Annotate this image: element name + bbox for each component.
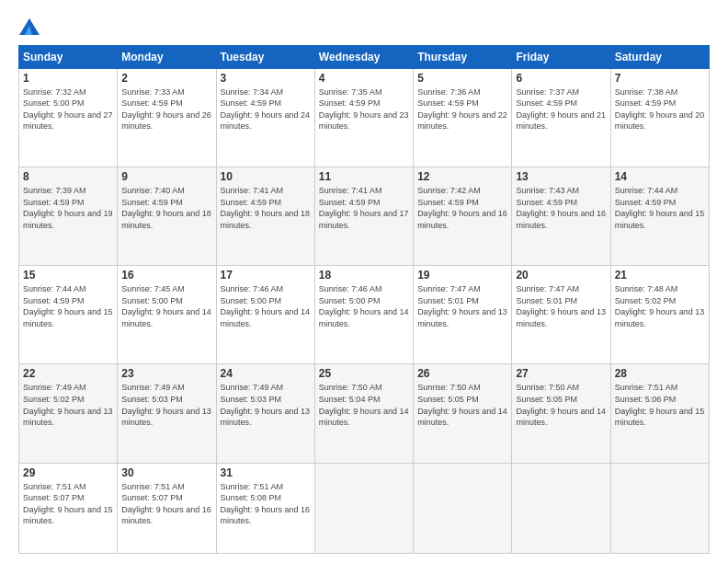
calendar-cell: 12 Sunrise: 7:42 AM Sunset: 4:59 PM Dayl… <box>414 167 512 265</box>
day-number: 21 <box>615 269 705 282</box>
day-info: Sunrise: 7:44 AM Sunset: 4:59 PM Dayligh… <box>615 185 705 231</box>
calendar-cell: 14 Sunrise: 7:44 AM Sunset: 4:59 PM Dayl… <box>610 167 709 265</box>
day-info: Sunrise: 7:47 AM Sunset: 5:01 PM Dayligh… <box>516 283 606 329</box>
day-info: Sunrise: 7:38 AM Sunset: 4:59 PM Dayligh… <box>615 86 705 132</box>
day-info: Sunrise: 7:49 AM Sunset: 5:03 PM Dayligh… <box>221 382 311 428</box>
day-number: 25 <box>319 367 409 380</box>
calendar-cell: 4 Sunrise: 7:35 AM Sunset: 4:59 PM Dayli… <box>314 68 413 167</box>
calendar-week-4: 22 Sunrise: 7:49 AM Sunset: 5:02 PM Dayl… <box>19 364 710 463</box>
day-info: Sunrise: 7:41 AM Sunset: 4:59 PM Dayligh… <box>319 185 409 231</box>
calendar-cell: 20 Sunrise: 7:47 AM Sunset: 5:01 PM Dayl… <box>512 266 610 364</box>
day-info: Sunrise: 7:39 AM Sunset: 4:59 PM Dayligh… <box>23 185 113 231</box>
day-number: 22 <box>23 367 113 380</box>
day-number: 20 <box>516 269 606 282</box>
calendar-cell: 26 Sunrise: 7:50 AM Sunset: 5:05 PM Dayl… <box>414 364 512 463</box>
calendar-cell: 13 Sunrise: 7:43 AM Sunset: 4:59 PM Dayl… <box>512 167 610 265</box>
day-number: 7 <box>615 72 705 85</box>
calendar-cell: 29 Sunrise: 7:51 AM Sunset: 5:07 PM Dayl… <box>19 463 118 553</box>
calendar-body: 1 Sunrise: 7:32 AM Sunset: 5:00 PM Dayli… <box>19 68 710 553</box>
calendar-cell <box>414 463 512 553</box>
day-number: 31 <box>221 466 311 479</box>
day-number: 15 <box>23 269 113 282</box>
calendar-table: SundayMondayTuesdayWednesdayThursdayFrid… <box>18 45 710 554</box>
day-info: Sunrise: 7:47 AM Sunset: 5:01 PM Dayligh… <box>417 283 507 329</box>
day-info: Sunrise: 7:46 AM Sunset: 5:00 PM Dayligh… <box>221 283 311 329</box>
calendar-cell: 5 Sunrise: 7:36 AM Sunset: 4:59 PM Dayli… <box>414 68 512 167</box>
calendar-cell: 7 Sunrise: 7:38 AM Sunset: 4:59 PM Dayli… <box>610 68 709 167</box>
day-info: Sunrise: 7:43 AM Sunset: 4:59 PM Dayligh… <box>516 185 606 231</box>
calendar-week-3: 15 Sunrise: 7:44 AM Sunset: 4:59 PM Dayl… <box>19 266 710 364</box>
day-info: Sunrise: 7:40 AM Sunset: 4:59 PM Dayligh… <box>121 185 211 231</box>
day-number: 1 <box>23 72 113 85</box>
day-number: 4 <box>319 72 409 85</box>
calendar-cell: 10 Sunrise: 7:41 AM Sunset: 4:59 PM Dayl… <box>216 167 314 265</box>
calendar-cell: 21 Sunrise: 7:48 AM Sunset: 5:02 PM Dayl… <box>610 266 709 364</box>
weekday-header-wednesday: Wednesday <box>314 45 413 68</box>
day-info: Sunrise: 7:44 AM Sunset: 4:59 PM Dayligh… <box>23 283 113 329</box>
day-info: Sunrise: 7:46 AM Sunset: 5:00 PM Dayligh… <box>319 283 409 329</box>
weekday-header-monday: Monday <box>118 45 216 68</box>
weekday-header-saturday: Saturday <box>610 45 709 68</box>
weekday-header-friday: Friday <box>512 45 610 68</box>
calendar-cell: 24 Sunrise: 7:49 AM Sunset: 5:03 PM Dayl… <box>216 364 314 463</box>
calendar-week-5: 29 Sunrise: 7:51 AM Sunset: 5:07 PM Dayl… <box>19 463 710 553</box>
day-number: 13 <box>516 170 606 183</box>
calendar-cell: 19 Sunrise: 7:47 AM Sunset: 5:01 PM Dayl… <box>414 266 512 364</box>
calendar-cell: 16 Sunrise: 7:45 AM Sunset: 5:00 PM Dayl… <box>118 266 216 364</box>
day-number: 28 <box>615 367 705 380</box>
calendar-week-2: 8 Sunrise: 7:39 AM Sunset: 4:59 PM Dayli… <box>19 167 710 265</box>
day-number: 2 <box>121 72 211 85</box>
day-number: 5 <box>417 72 507 85</box>
calendar-cell: 27 Sunrise: 7:50 AM Sunset: 5:05 PM Dayl… <box>512 364 610 463</box>
day-number: 9 <box>121 170 211 183</box>
calendar-cell: 1 Sunrise: 7:32 AM Sunset: 5:00 PM Dayli… <box>19 68 118 167</box>
logo <box>18 17 40 36</box>
header <box>18 17 710 36</box>
calendar-cell: 25 Sunrise: 7:50 AM Sunset: 5:04 PM Dayl… <box>314 364 413 463</box>
weekday-header-row: SundayMondayTuesdayWednesdayThursdayFrid… <box>19 45 710 68</box>
day-number: 30 <box>121 466 211 479</box>
day-info: Sunrise: 7:32 AM Sunset: 5:00 PM Dayligh… <box>23 86 113 132</box>
day-number: 16 <box>121 269 211 282</box>
day-number: 29 <box>23 466 113 479</box>
page: SundayMondayTuesdayWednesdayThursdayFrid… <box>0 0 728 563</box>
day-info: Sunrise: 7:49 AM Sunset: 5:02 PM Dayligh… <box>23 382 113 428</box>
day-info: Sunrise: 7:49 AM Sunset: 5:03 PM Dayligh… <box>121 382 211 428</box>
day-number: 26 <box>417 367 507 380</box>
day-info: Sunrise: 7:51 AM Sunset: 5:06 PM Dayligh… <box>615 382 705 428</box>
calendar-cell: 28 Sunrise: 7:51 AM Sunset: 5:06 PM Dayl… <box>610 364 709 463</box>
calendar-cell: 23 Sunrise: 7:49 AM Sunset: 5:03 PM Dayl… <box>118 364 216 463</box>
day-info: Sunrise: 7:35 AM Sunset: 4:59 PM Dayligh… <box>319 86 409 132</box>
day-info: Sunrise: 7:51 AM Sunset: 5:07 PM Dayligh… <box>121 481 211 527</box>
day-number: 24 <box>221 367 311 380</box>
day-number: 17 <box>221 269 311 282</box>
day-info: Sunrise: 7:48 AM Sunset: 5:02 PM Dayligh… <box>615 283 705 329</box>
day-info: Sunrise: 7:45 AM Sunset: 5:00 PM Dayligh… <box>121 283 211 329</box>
day-number: 12 <box>417 170 507 183</box>
calendar-cell <box>610 463 709 553</box>
calendar-cell <box>314 463 413 553</box>
weekday-header-tuesday: Tuesday <box>216 45 314 68</box>
calendar-cell <box>512 463 610 553</box>
calendar-cell: 30 Sunrise: 7:51 AM Sunset: 5:07 PM Dayl… <box>118 463 216 553</box>
day-number: 10 <box>221 170 311 183</box>
weekday-header-sunday: Sunday <box>19 45 118 68</box>
calendar-cell: 31 Sunrise: 7:51 AM Sunset: 5:08 PM Dayl… <box>216 463 314 553</box>
day-number: 27 <box>516 367 606 380</box>
weekday-header-thursday: Thursday <box>414 45 512 68</box>
day-number: 6 <box>516 72 606 85</box>
day-info: Sunrise: 7:51 AM Sunset: 5:08 PM Dayligh… <box>221 481 311 527</box>
logo-icon <box>19 18 40 35</box>
day-info: Sunrise: 7:51 AM Sunset: 5:07 PM Dayligh… <box>23 481 113 527</box>
calendar-cell: 22 Sunrise: 7:49 AM Sunset: 5:02 PM Dayl… <box>19 364 118 463</box>
calendar-cell: 8 Sunrise: 7:39 AM Sunset: 4:59 PM Dayli… <box>19 167 118 265</box>
day-info: Sunrise: 7:37 AM Sunset: 4:59 PM Dayligh… <box>516 86 606 132</box>
calendar-cell: 2 Sunrise: 7:33 AM Sunset: 4:59 PM Dayli… <box>118 68 216 167</box>
day-info: Sunrise: 7:50 AM Sunset: 5:04 PM Dayligh… <box>319 382 409 428</box>
day-info: Sunrise: 7:50 AM Sunset: 5:05 PM Dayligh… <box>516 382 606 428</box>
calendar-week-1: 1 Sunrise: 7:32 AM Sunset: 5:00 PM Dayli… <box>19 68 710 167</box>
day-number: 23 <box>121 367 211 380</box>
calendar-cell: 17 Sunrise: 7:46 AM Sunset: 5:00 PM Dayl… <box>216 266 314 364</box>
day-info: Sunrise: 7:42 AM Sunset: 4:59 PM Dayligh… <box>417 185 507 231</box>
calendar-cell: 3 Sunrise: 7:34 AM Sunset: 4:59 PM Dayli… <box>216 68 314 167</box>
